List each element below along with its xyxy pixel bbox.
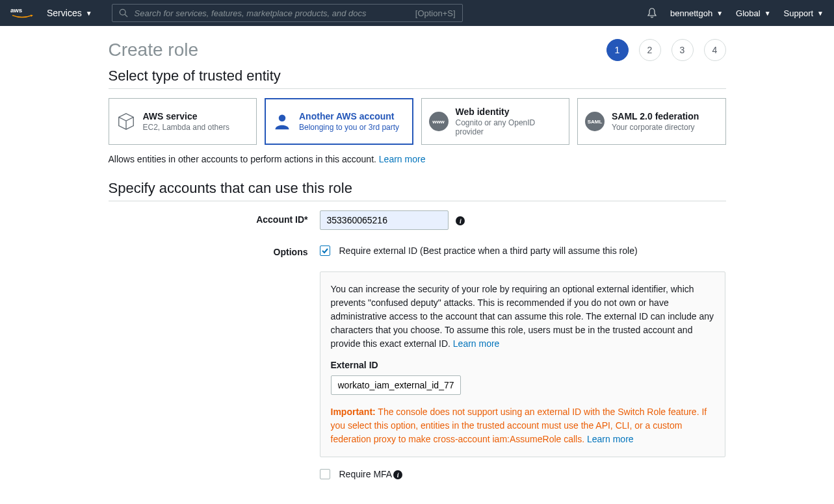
search-shortcut: [Option+S] [415,8,456,18]
caret-down-icon: ▼ [716,10,723,17]
user-menu[interactable]: bennettgoh ▼ [670,8,723,18]
www-icon: www [428,111,449,132]
step-1[interactable]: 1 [606,39,629,61]
card-title: Another AWS account [299,111,399,121]
step-4[interactable]: 4 [704,39,726,61]
account-id-label: Account ID* [109,210,320,230]
learn-more-link[interactable]: Learn more [453,338,500,349]
important-text: The console does not support using an ex… [331,407,707,444]
saml-icon: SAML [584,111,605,132]
caret-down-icon: ▼ [817,10,824,17]
external-id-input[interactable] [331,375,461,395]
top-nav: aws Services ▼ Search for services, feat… [0,0,834,26]
aws-logo[interactable]: aws [10,6,34,20]
step-3[interactable]: 3 [671,39,694,61]
services-label: Services [47,8,82,18]
caret-down-icon: ▼ [86,10,92,17]
card-subtitle: Cognito or any OpenID provider [456,118,563,136]
card-subtitle: EC2, Lambda and others [143,123,229,132]
search-icon [119,8,128,18]
aws-logo-icon: aws [10,6,34,20]
notifications-button[interactable] [647,8,657,18]
support-label: Support [784,8,814,18]
entity-description: Allows entities in other accounts to per… [109,154,726,164]
support-menu[interactable]: Support ▼ [784,8,824,18]
info-icon[interactable]: i [456,216,465,225]
entity-web-identity[interactable]: www Web identity Cognito or any OpenID p… [421,98,570,145]
svg-point-3 [279,115,286,122]
user-icon [272,111,293,132]
card-subtitle: Belonging to you or 3rd party [299,123,399,132]
caret-down-icon: ▼ [764,10,771,17]
services-menu[interactable]: Services ▼ [47,8,92,18]
require-mfa-checkbox[interactable] [320,469,330,479]
region-menu[interactable]: Global ▼ [736,8,770,18]
account-id-input[interactable] [320,210,449,230]
require-external-id-label: Require external ID (Best practice when … [339,246,638,256]
learn-more-link[interactable]: Learn more [379,154,426,164]
search-input[interactable]: Search for services, features, marketpla… [112,4,463,22]
external-id-info-box: You can increase the security of your ro… [320,271,725,457]
specify-accounts-heading: Specify accounts that can use this role [109,180,726,201]
entity-cards: AWS service EC2, Lambda and others Anoth… [109,98,726,145]
card-subtitle: Your corporate directory [612,123,699,132]
external-id-label: External ID [331,360,714,370]
trusted-entity-heading: Select type of trusted entity [109,68,726,89]
require-mfa-label: Require MFA [339,469,393,479]
main-content: Create role 1 2 3 4 Select type of trust… [109,26,726,504]
external-id-desc: You can increase the security of your ro… [331,284,714,349]
svg-point-1 [120,9,125,15]
desc-text: Allows entities in other accounts to per… [109,154,379,164]
user-label: bennettgoh [670,8,712,18]
wizard-steps: 1 2 3 4 [606,39,726,61]
region-label: Global [736,8,761,18]
entity-another-aws-account[interactable]: Another AWS account Belonging to you or … [265,98,413,145]
page-title: Create role [109,40,606,60]
options-label: Options [109,246,320,479]
entity-saml-federation[interactable]: SAML SAML 2.0 federation Your corporate … [577,98,726,145]
important-label: Important: [331,407,376,417]
learn-more-link[interactable]: Learn more [587,434,634,444]
info-icon[interactable]: i [393,470,402,479]
svg-line-2 [125,14,127,17]
card-title: Web identity [456,107,563,117]
svg-text:aws: aws [10,6,22,14]
cube-icon [116,111,137,132]
card-title: AWS service [143,111,229,121]
entity-aws-service[interactable]: AWS service EC2, Lambda and others [109,98,257,145]
card-title: SAML 2.0 federation [612,111,699,121]
require-external-id-checkbox[interactable] [320,246,330,256]
bell-icon [647,8,657,18]
step-2[interactable]: 2 [639,39,661,61]
search-placeholder: Search for services, features, marketpla… [135,8,367,18]
